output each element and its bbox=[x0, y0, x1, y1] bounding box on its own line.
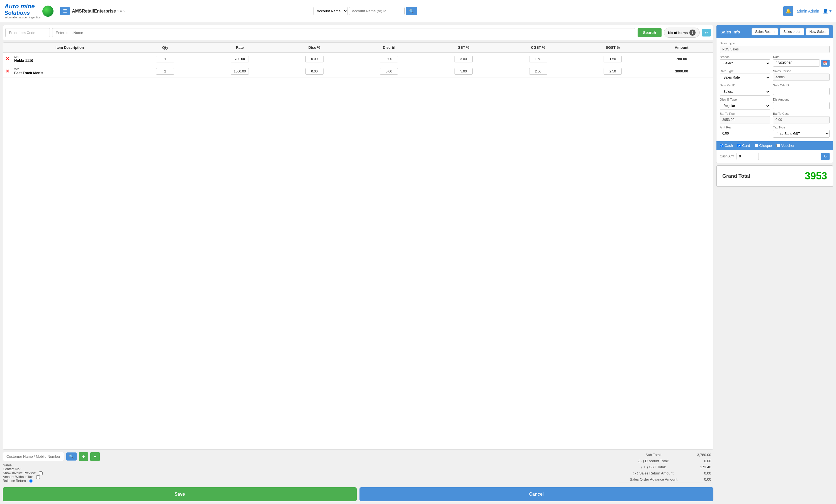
account-dropdown[interactable]: Account Name bbox=[313, 7, 348, 15]
add-another-button[interactable]: + bbox=[90, 452, 99, 461]
account-search-area: Account Name 🔍 bbox=[313, 7, 417, 15]
cash-amt-row: Cash Amt ↻ bbox=[720, 153, 830, 160]
sales-person-label: Sales Person bbox=[773, 70, 830, 73]
col-rate: Rate bbox=[203, 43, 277, 53]
sals-ret-id-select[interactable]: Select bbox=[720, 88, 770, 96]
gst-pct-input[interactable] bbox=[455, 56, 473, 62]
gst-label: ( + ) GST Total: bbox=[619, 464, 689, 470]
rate-input[interactable] bbox=[231, 56, 249, 62]
logo-solutions: Solutions bbox=[4, 10, 41, 16]
sals-ret-id-field: Sals Ret.ID Select bbox=[720, 83, 770, 96]
card-checkbox[interactable] bbox=[737, 144, 741, 148]
contact-label: Contact No : bbox=[3, 467, 21, 471]
bal-to-cust-label: Bal To Cust bbox=[773, 112, 830, 115]
tax-type-select[interactable]: Intra-State GST bbox=[773, 130, 830, 138]
sales-return-label: ( - ) Sales Return Amount: bbox=[619, 470, 689, 477]
sales-type-label: Sales Type bbox=[720, 41, 830, 45]
item-count-badge: 2 bbox=[689, 30, 696, 36]
col-item-desc: Item Description bbox=[12, 43, 128, 53]
sgst-pct-input[interactable] bbox=[604, 68, 622, 75]
search-button[interactable]: Search bbox=[638, 28, 662, 37]
discount-label: ( - ) Discount Total: bbox=[619, 458, 689, 464]
item-name-input[interactable] bbox=[52, 28, 635, 37]
account-search-input[interactable] bbox=[349, 7, 405, 15]
delete-row-button[interactable]: ✕ bbox=[5, 69, 9, 74]
customer-search-input[interactable] bbox=[3, 452, 64, 461]
cash-amt-label: Cash Amt bbox=[720, 154, 734, 158]
disc-pct-input[interactable] bbox=[305, 56, 324, 62]
balance-radio[interactable] bbox=[29, 479, 33, 483]
dis-amount-field: Dis Amount bbox=[773, 98, 830, 110]
item-code-input[interactable] bbox=[5, 28, 50, 37]
sales-type-field: Sales Type bbox=[720, 41, 830, 53]
amount-cell: 780.00 bbox=[650, 53, 713, 65]
bal-to-cust-input bbox=[773, 116, 830, 123]
add-customer-button[interactable]: + bbox=[79, 452, 88, 461]
no-tax-row: Amount Without Tax : bbox=[3, 475, 613, 479]
cash-amt-input[interactable] bbox=[737, 153, 759, 160]
sales-order-button[interactable]: Sales order bbox=[780, 28, 804, 35]
branch-select[interactable]: Select bbox=[720, 59, 770, 67]
table-header-row: Item Description Qty Rate Disc % Disc 🖩 … bbox=[3, 43, 713, 53]
qty-input[interactable] bbox=[156, 56, 174, 62]
bottom-right: Sub Total: 3,780.00 ( - ) Discount Total… bbox=[619, 452, 714, 483]
rate-type-field: Rate Type Sales Rate bbox=[720, 70, 770, 81]
customer-search-button[interactable]: 🔍 bbox=[66, 452, 77, 461]
user-label[interactable]: admin Admin bbox=[797, 9, 819, 13]
rate-type-select[interactable]: Sales Rate bbox=[720, 74, 770, 81]
disc-amt-input[interactable] bbox=[380, 68, 398, 75]
account-search-button[interactable]: 🔍 bbox=[406, 7, 417, 15]
sgst-pct-input[interactable] bbox=[604, 56, 622, 62]
disc-amt-input[interactable] bbox=[380, 56, 398, 62]
date-picker-button[interactable]: 📅 bbox=[821, 60, 830, 66]
sub-total-label: Sub Total: bbox=[619, 452, 689, 458]
disc-pct-type-select[interactable]: Regular bbox=[720, 102, 770, 110]
date-label: Date bbox=[773, 55, 830, 59]
customer-contact-row: Contact No : bbox=[3, 467, 613, 471]
cancel-button[interactable]: Cancel bbox=[360, 487, 714, 501]
col-disc-pct: Disc % bbox=[277, 43, 352, 53]
undo-button[interactable]: ↩ bbox=[702, 29, 711, 37]
account-name-select[interactable]: Account Name bbox=[314, 7, 347, 15]
qty-input[interactable] bbox=[156, 68, 174, 75]
payment-checkboxes: Cash Card Cheque Voucher bbox=[717, 141, 833, 150]
card-label: Card bbox=[742, 143, 750, 148]
dis-amount-input[interactable] bbox=[773, 102, 830, 109]
cgst-pct-input[interactable] bbox=[529, 56, 547, 62]
cash-refresh-button[interactable]: ↻ bbox=[821, 153, 830, 160]
gst-pct-input[interactable] bbox=[455, 68, 473, 75]
invoice-preview-row: Show Invoice Preview : bbox=[3, 471, 613, 475]
table-row: ✕ W2 Fast Track Men's 3000.00 bbox=[3, 65, 713, 77]
hamburger-button[interactable]: ☰ bbox=[60, 7, 70, 15]
new-sales-button[interactable]: New Sales bbox=[806, 28, 829, 35]
date-input[interactable] bbox=[773, 59, 820, 66]
sals-odr-id-input[interactable] bbox=[773, 88, 830, 95]
sales-return-button[interactable]: Sales Return bbox=[752, 28, 778, 35]
amt-rec-input[interactable] bbox=[720, 130, 770, 137]
voucher-checkbox[interactable] bbox=[776, 144, 780, 148]
col-sgst: SGST % bbox=[575, 43, 650, 53]
header-right: 🔔 admin Admin 👤 ▾ bbox=[783, 6, 832, 16]
tax-type-field: Tax Type Intra-State GST bbox=[773, 125, 830, 138]
bal-to-cust-field: Bal To Cust bbox=[773, 112, 830, 123]
invoice-preview-checkbox[interactable] bbox=[39, 471, 43, 475]
sub-total-value: 3,780.00 bbox=[689, 452, 714, 458]
notification-button[interactable]: 🔔 bbox=[783, 6, 793, 16]
cash-checkbox[interactable] bbox=[720, 144, 723, 148]
disc-pct-type-label: Disc % Type bbox=[720, 98, 770, 101]
dis-amount-label: Dis Amount bbox=[773, 98, 830, 101]
item-code-label: M3 bbox=[14, 55, 126, 59]
amount-cell: 3000.00 bbox=[650, 65, 713, 77]
disc-pct-input[interactable] bbox=[305, 68, 324, 75]
delete-row-button[interactable]: ✕ bbox=[5, 56, 9, 62]
tax-type-label: Tax Type bbox=[773, 125, 830, 129]
cheque-label: Cheque bbox=[759, 143, 772, 148]
cheque-checkbox[interactable] bbox=[755, 144, 758, 148]
no-tax-checkbox[interactable] bbox=[36, 475, 40, 479]
save-button[interactable]: Save bbox=[3, 487, 357, 501]
cgst-pct-input[interactable] bbox=[529, 68, 547, 75]
item-desc-cell: W2 Fast Track Men's bbox=[12, 65, 128, 77]
payment-section: Cash Card Cheque Voucher bbox=[717, 141, 833, 163]
rate-input[interactable] bbox=[231, 68, 249, 75]
col-delete bbox=[3, 43, 12, 53]
